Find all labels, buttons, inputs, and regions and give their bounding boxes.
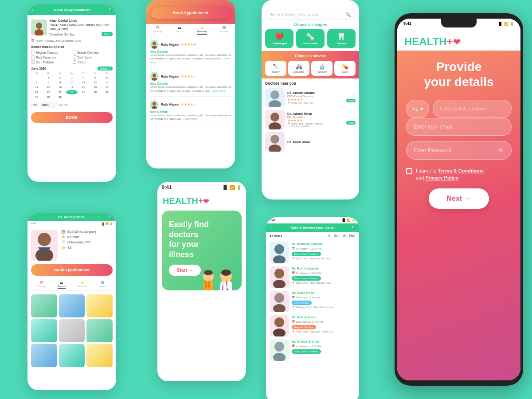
phone6-header: ← Rate & Review your visits 🔍: [266, 223, 359, 232]
visit-item: Dr. Rohit Kanade 📅 7th August | 11:00 AM…: [270, 266, 356, 288]
service-laser[interactable]: 💊 Laser: [334, 61, 356, 76]
phone-book-appointment: ← Book an Appointment 🔍 Khan Dental Clin…: [27, 4, 116, 182]
find-doctors-card: Easily finddoctorsfor yourillness Start …: [162, 211, 242, 290]
phone-prefix-selector[interactable]: +1 ▾: [406, 100, 429, 118]
phone-notch-area: 9:41 ▐▌ 📶 🔋: [397, 19, 520, 32]
photo-thumb[interactable]: [86, 294, 113, 317]
svg-point-36: [270, 135, 279, 144]
photo-thumb[interactable]: [59, 319, 85, 342]
service-section: Choose a service 🔪 Surgery 🚑 Ambulance 🔬…: [262, 51, 359, 78]
menu-dots[interactable]: ⋮: [352, 1, 356, 5]
visit-info: Dr. Anand Shinde 📅 7th August | 11:00 AM…: [292, 340, 356, 355]
photo-thumb[interactable]: [31, 344, 57, 367]
visit-tag: Root Canal Treatment: [292, 276, 321, 281]
svg-point-10: [153, 102, 156, 106]
search-icon[interactable]: 🔍: [108, 8, 113, 12]
visit-tag: Root Canal Treatment: [292, 252, 321, 256]
checkbox-braces[interactable]: Braces Checkup: [73, 51, 113, 54]
visit-item: Dr. Anand Shinde 📅 7th August | 11:00 AM…: [270, 340, 356, 361]
book-appointment-btn[interactable]: Book Appointment: [31, 264, 113, 276]
checkbox-grid: Regular Checkup Braces Checkup Root Cana…: [31, 51, 113, 64]
tab-timings[interactable]: ⏰Timings: [153, 26, 162, 35]
svg-point-4: [153, 42, 156, 45]
status-icons: ▐▌ 📶 🔋: [498, 21, 514, 26]
photo-thumb[interactable]: [86, 319, 113, 342]
next-button[interactable]: Next →: [429, 188, 489, 209]
tab-photos[interactable]: 📷Photos: [58, 281, 66, 289]
checkbox-tooth[interactable]: Tooth Ache: [73, 55, 113, 59]
clinic-row: Khan Dental Clinic Plot 47, Vakil Colony…: [31, 19, 113, 36]
provide-title: Provide your details: [424, 59, 493, 89]
clinic-name: Khan Dental Clinic: [50, 19, 113, 23]
book-appointment-button[interactable]: Book Appointment: [151, 7, 231, 19]
battery-icon: 🔋: [236, 185, 242, 190]
sort-btn[interactable]: Sort: [334, 234, 340, 238]
photo-thumb[interactable]: [86, 344, 113, 367]
tab-details[interactable]: ℹ️Details: [99, 281, 107, 289]
email-input[interactable]: Enter your email...: [406, 118, 512, 136]
tab-photos[interactable]: 📷Photos: [176, 26, 184, 35]
time-row: Time AM PM: [31, 102, 113, 108]
back-icon[interactable]: ←: [31, 215, 35, 219]
favorite-icon[interactable]: ♡: [352, 93, 356, 98]
time-input[interactable]: [39, 102, 57, 108]
visit-info: Dr. Aanif Khan 📅 30th July | 11:00 AM Ey…: [292, 291, 356, 309]
time-label: Time: [31, 103, 37, 106]
photo-thumb[interactable]: [31, 319, 57, 342]
today-btn[interactable]: Today ✓: [98, 66, 113, 70]
svg-point-48: [274, 293, 284, 303]
favorite-icon[interactable]: ♡: [352, 132, 356, 137]
checkbox-gum[interactable]: Gum Problem: [31, 60, 71, 64]
eye-off-icon[interactable]: 👁: [498, 147, 504, 154]
choose-service-title: Choose a service: [265, 54, 356, 58]
svg-point-33: [270, 113, 279, 121]
clinic-address: Plot 47, Vakil Colony, Near Padmini Mall…: [50, 23, 113, 31]
visit-img: [270, 340, 289, 361]
start-button[interactable]: Start →: [169, 265, 201, 276]
doctor-spec: 🏥 BDS (Dental Surgeon): [61, 230, 104, 234]
service-pathology[interactable]: 🔬 Pathology: [311, 61, 332, 76]
service-ambulance[interactable]: 🚑 Ambulance: [288, 61, 309, 76]
photo-thumb[interactable]: [59, 344, 85, 367]
favorite-icon[interactable]: ♡: [352, 115, 356, 120]
visit-tag: Regular Checkup: [292, 325, 316, 329]
tab-details[interactable]: ℹ️Details: [220, 26, 228, 35]
checkbox-others[interactable]: Others: [73, 60, 113, 64]
phone-doctor-profile: ← Dr. Adnan Khan 🔍 9:41 ▐▌ 📶 🔋 🏥 BDS (De…: [27, 213, 116, 390]
search-icon[interactable]: 🔍: [108, 215, 113, 219]
photo-thumb[interactable]: [31, 294, 57, 317]
svg-point-42: [274, 244, 284, 254]
photo-thumb[interactable]: [59, 294, 85, 317]
category-dentist[interactable]: 🦷 Dentist: [327, 29, 356, 48]
search-icon[interactable]: 🔍: [351, 226, 356, 230]
password-input[interactable]: Enter Password 👁: [406, 141, 512, 160]
agree-checkbox[interactable]: [406, 168, 412, 174]
tab-timings[interactable]: ⏰Timings: [37, 281, 46, 289]
visit-tag: Root Canal Treatment: [292, 349, 321, 354]
calendar-days: SuMoTuWeThFrSa: [31, 72, 113, 74]
phone5-statusbar: 9:41 ▐▌ 📶 🔋: [27, 221, 116, 226]
visit-item: Dr. Adnan Khan 📅 15th August | 11:00 AM …: [270, 315, 356, 336]
service-surgery[interactable]: 🔪 Surgery: [265, 61, 286, 76]
search-bar[interactable]: Search for doctors, clinics, services...…: [265, 10, 356, 19]
spec-icon: 🏥: [61, 230, 66, 234]
category-orthopaedic[interactable]: 🦴 Orthopaedic: [296, 29, 325, 48]
checkbox-regular[interactable]: Regular Checkup: [31, 51, 71, 54]
book-button[interactable]: BOOK: [31, 112, 113, 123]
category-cardiologist[interactable]: ❤️ Cardiologist: [265, 29, 293, 48]
big-gradient-area: Provide your details +1 ▾ Enter mobile n…: [397, 51, 520, 380]
filter-btn[interactable]: Filter: [349, 234, 356, 238]
back-icon[interactable]: ←: [270, 226, 273, 230]
visit-item: Dr. Aanif Khan 📅 30th July | 11:00 AM Ey…: [270, 291, 356, 312]
search-icon[interactable]: 🔍: [345, 12, 351, 17]
back-icon[interactable]: ←: [31, 7, 36, 13]
favorite-icon[interactable]: ♡: [108, 230, 113, 236]
battery-icon: 🔋: [510, 22, 514, 26]
open-badge: Open: [346, 99, 356, 102]
terms-link[interactable]: Terms & Conditions: [438, 168, 484, 173]
privacy-link[interactable]: Privacy Policy: [425, 175, 458, 180]
tab-reviews[interactable]: ⭐Reviews: [77, 281, 87, 289]
checkbox-root[interactable]: Root Canal cont.: [31, 55, 71, 59]
tab-reviews[interactable]: ⭐Reviews: [197, 26, 207, 35]
mobile-number-input[interactable]: Enter mobile number...: [433, 100, 512, 118]
